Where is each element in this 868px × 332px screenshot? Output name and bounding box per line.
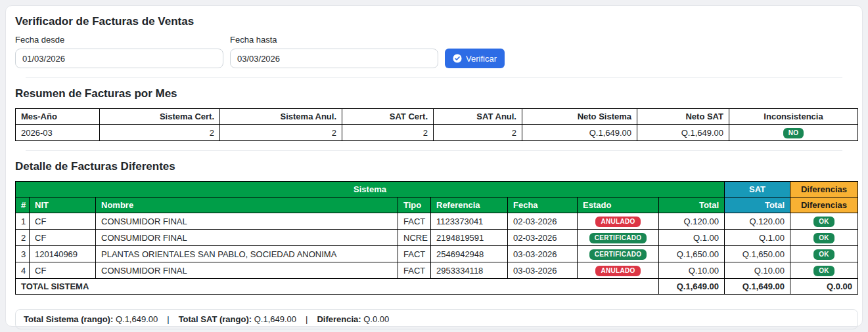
date-filter-form: Fecha desde Fecha hasta Verificar	[15, 35, 853, 68]
section-divider	[26, 150, 842, 151]
date-to-label: Fecha hasta	[230, 35, 438, 45]
footer-total-sat-label: Total SAT (rango):	[179, 314, 252, 324]
row-nit: CF	[30, 213, 96, 230]
col-total-sistema: Total	[659, 197, 725, 213]
detail-heading: Detalle de Facturas Diferentes	[15, 160, 853, 173]
col-num: #	[16, 197, 30, 213]
row-fecha: 03-03-2026	[508, 262, 578, 279]
row-num: 3	[16, 246, 30, 262]
total-sistema-value: Q.1,649.00	[659, 279, 725, 295]
sat-anul-value: 2	[434, 125, 522, 141]
col-sat-anul: SAT Anul.	[434, 109, 522, 125]
table-row: 4 CF CONSUMIDOR FINAL FACT 2953334118 03…	[16, 262, 858, 279]
estado-badge: CERTIFICADO	[589, 249, 647, 260]
row-total-sistema: Q.10.00	[659, 262, 725, 279]
row-tipo: NCRE	[398, 230, 431, 246]
neto-sistema-value: Q.1,649.00	[522, 125, 637, 141]
verifier-card: Verificador de Facturas de Ventas Fecha …	[5, 5, 863, 327]
row-referencia: 2194819591	[431, 230, 508, 246]
col-sat-cert: SAT Cert.	[342, 109, 434, 125]
total-row-label: TOTAL SISTEMA	[16, 279, 659, 295]
separator: |	[306, 314, 308, 324]
row-total-sat: Q.10.00	[725, 262, 790, 279]
row-nombre: CONSUMIDOR FINAL	[96, 213, 398, 230]
row-referencia: 2546942948	[431, 246, 508, 262]
row-nombre: PLANTAS ORIENTALES SAN PABLO, SOCIEDAD A…	[96, 246, 398, 262]
detail-header-row: # NIT Nombre Tipo Referencia Fecha Estad…	[16, 197, 858, 213]
row-fecha: 03-03-2026	[508, 246, 578, 262]
date-to-input[interactable]	[230, 49, 438, 68]
detail-table: Sistema SAT Diferencias # NIT Nombre Tip…	[15, 181, 858, 295]
verify-button[interactable]: Verificar	[445, 49, 505, 68]
estado-badge: CERTIFICADO	[589, 233, 647, 243]
mes-ano-value: 2026-03	[16, 125, 100, 141]
date-to-field: Fecha hasta	[230, 35, 438, 68]
row-referencia: 1123373041	[431, 213, 508, 230]
group-header-sistema: Sistema	[16, 182, 725, 197]
diferencia-badge: OK	[813, 233, 834, 243]
col-referencia: Referencia	[431, 197, 508, 213]
sistema-anul-value: 2	[220, 125, 342, 141]
col-nombre: Nombre	[96, 197, 398, 213]
row-referencia: 2953334118	[431, 262, 508, 279]
col-diferencias: Diferencias	[790, 197, 858, 213]
separator: |	[167, 314, 169, 324]
footer-total-sistema-label: Total Sistema (rango):	[24, 314, 113, 324]
col-neto-sat: Neto SAT	[637, 109, 729, 125]
group-header-diferencias: Diferencias	[790, 182, 858, 197]
diferencia-badge: OK	[813, 217, 834, 227]
row-nit: 120140969	[30, 246, 96, 262]
date-from-label: Fecha desde	[15, 35, 223, 45]
col-nit: NIT	[30, 197, 96, 213]
verify-button-label: Verificar	[466, 54, 497, 64]
row-num: 4	[16, 262, 30, 279]
row-tipo: FACT	[398, 262, 431, 279]
inconsistencia-badge: NO	[783, 128, 804, 138]
total-sat-value: Q.1,649.00	[725, 279, 790, 295]
diferencia-badge: OK	[813, 266, 834, 276]
detail-group-header-row: Sistema SAT Diferencias	[16, 182, 858, 197]
row-nit: CF	[30, 262, 96, 279]
col-estado: Estado	[578, 197, 659, 213]
total-diferencia-value: Q.0.00	[790, 279, 858, 295]
footer-diferencia-label: Diferencia:	[317, 314, 361, 324]
row-total-sistema: Q.1,650.00	[659, 246, 725, 262]
date-from-input[interactable]	[15, 49, 223, 68]
col-sistema-cert: Sistema Cert.	[100, 109, 220, 125]
row-total-sat: Q.120.00	[725, 213, 790, 230]
page-title: Verificador de Facturas de Ventas	[15, 15, 853, 28]
sistema-cert-value: 2	[100, 125, 220, 141]
row-total-sistema: Q.1.00	[659, 230, 725, 246]
totals-summary-bar: Total Sistema (rango): Q.1,649.00 | Tota…	[15, 309, 858, 329]
col-fecha: Fecha	[508, 197, 578, 213]
table-row: 1 CF CONSUMIDOR FINAL FACT 1123373041 02…	[16, 213, 858, 230]
summary-table: Mes-Año Sistema Cert. Sistema Anul. SAT …	[15, 108, 858, 141]
total-row: TOTAL SISTEMA Q.1,649.00 Q.1,649.00 Q.0.…	[16, 279, 858, 295]
neto-sat-value: Q.1,649.00	[637, 125, 729, 141]
row-fecha: 02-03-2026	[508, 213, 578, 230]
row-nombre: CONSUMIDOR FINAL	[96, 230, 398, 246]
summary-row: 2026-03 2 2 2 2 Q.1,649.00 Q.1,649.00 NO	[16, 125, 858, 141]
estado-badge: ANULADO	[595, 266, 640, 276]
col-total-sat: Total	[725, 197, 790, 213]
col-tipo: Tipo	[398, 197, 431, 213]
row-total-sistema: Q.120.00	[659, 213, 725, 230]
footer-diferencia-value: Q.0.00	[363, 314, 389, 324]
row-tipo: FACT	[398, 246, 431, 262]
summary-header-row: Mes-Año Sistema Cert. Sistema Anul. SAT …	[16, 109, 858, 125]
row-num: 2	[16, 230, 30, 246]
footer-total-sat-value: Q.1,649.00	[254, 314, 296, 324]
table-row: 3 120140969 PLANTAS ORIENTALES SAN PABLO…	[16, 246, 858, 262]
row-nit: CF	[30, 230, 96, 246]
col-neto-sistema: Neto Sistema	[522, 109, 637, 125]
group-header-sat: SAT	[725, 182, 790, 197]
date-from-field: Fecha desde	[15, 35, 223, 68]
col-mes-ano: Mes-Año	[16, 109, 100, 125]
check-circle-icon	[453, 54, 462, 63]
row-fecha: 02-03-2026	[508, 230, 578, 246]
row-num: 1	[16, 213, 30, 230]
diferencia-badge: OK	[813, 249, 834, 260]
row-nombre: CONSUMIDOR FINAL	[96, 262, 398, 279]
col-inconsistencia: Inconsistencia	[729, 109, 858, 125]
estado-badge: ANULADO	[595, 217, 640, 227]
